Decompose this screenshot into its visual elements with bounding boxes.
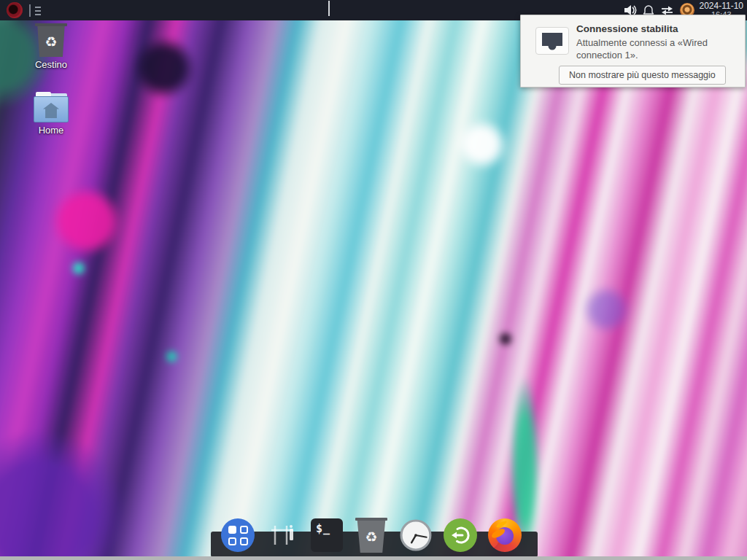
- dock-item-window-pager[interactable]: [266, 518, 299, 553]
- notification-popup: Connessione stabilita Attualmente connes…: [520, 15, 746, 88]
- dock-item-firefox[interactable]: [488, 518, 522, 553]
- trash-icon: ♻: [355, 518, 387, 553]
- desktop-icon-label: Home: [18, 125, 84, 136]
- recycle-icon: ♻: [44, 35, 57, 49]
- trash-icon: ♻: [35, 23, 67, 57]
- panel-cursor-line: [328, 1, 330, 16]
- desktop-icon-home[interactable]: Home: [18, 92, 84, 136]
- terminal-icon: $_: [311, 518, 343, 552]
- panel-separator: [29, 4, 31, 17]
- firefox-icon: [488, 518, 522, 552]
- notification-title: Connessione stabilita: [576, 23, 739, 34]
- desktop-icon-trash[interactable]: ♻ Cestino: [18, 23, 84, 70]
- menu-icon[interactable]: [35, 7, 42, 18]
- dock-item-trash[interactable]: ♻: [355, 518, 388, 553]
- home-folder-icon: [34, 92, 69, 122]
- desktop-icon-label: Cestino: [18, 59, 84, 70]
- hidden-panel-strip[interactable]: [0, 556, 747, 560]
- desktop: 2024-11-10 16:43 ♻ Cestino Home Connessi…: [0, 0, 747, 560]
- notification-text: Connessione stabilita Attualmente connes…: [576, 23, 739, 61]
- notification-body: Attualmente connessi a «Wired connection…: [576, 36, 739, 61]
- app-grid-icon: [221, 518, 255, 552]
- dismiss-notification-button[interactable]: Non mostrare più questo messaggio: [559, 66, 726, 85]
- dock-item-app-launcher[interactable]: [221, 518, 255, 553]
- distro-logo-icon[interactable]: [7, 2, 23, 18]
- dock-item-clock[interactable]: [399, 518, 433, 553]
- ethernet-port-icon: [535, 27, 569, 55]
- dock-item-terminal[interactable]: $_: [310, 518, 344, 553]
- dock-item-logout[interactable]: [444, 518, 477, 553]
- logout-icon: [444, 518, 477, 552]
- house-icon: [43, 103, 59, 118]
- clock-icon: [399, 518, 433, 552]
- panel-date: 2024-11-10: [700, 1, 744, 10]
- recycle-icon: ♻: [365, 530, 377, 544]
- window-pager-icon: [268, 521, 296, 549]
- dock-icons: $_ ♻: [221, 518, 522, 553]
